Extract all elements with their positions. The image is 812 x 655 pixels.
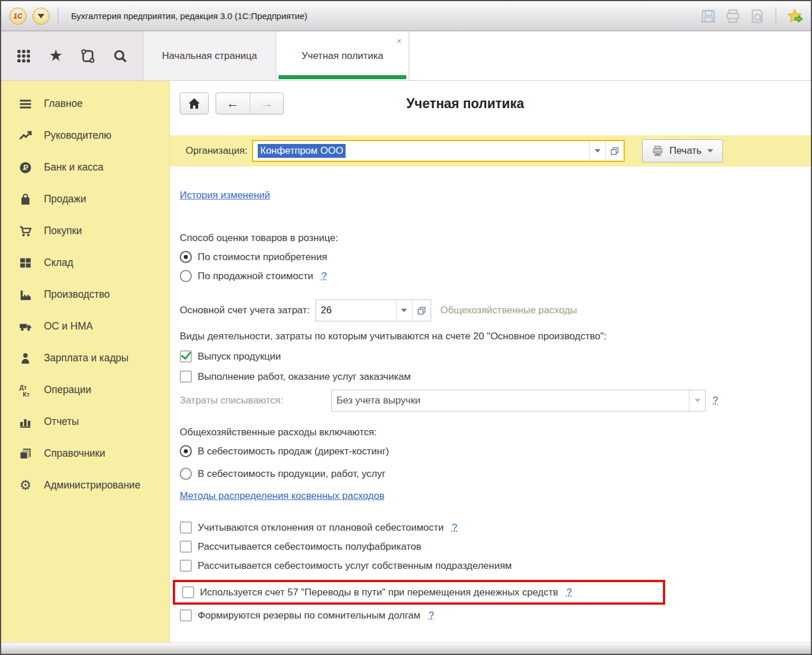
sidebar-item-bank-kassa[interactable]: Р Банк и касса	[1, 151, 169, 183]
sidebar-item-pokupki[interactable]: Покупки	[1, 215, 169, 247]
blocks-icon	[18, 256, 32, 270]
radio-unchecked-icon[interactable]	[180, 270, 192, 282]
checkbox-row-account-57-transfers[interactable]: Используется счет 57 "Переводы в пути" п…	[182, 586, 572, 598]
radio-row-acquisition-cost[interactable]: По стоимости приобретения	[180, 251, 811, 263]
sidebar-item-rukovoditelyu[interactable]: Руководителю	[1, 120, 169, 151]
organization-dropdown-button[interactable]	[589, 141, 605, 161]
organization-field[interactable]: Конфетпром ООО	[252, 140, 625, 162]
sidebar-item-label: Продажи	[44, 193, 86, 205]
organization-value: Конфетпром ООО	[258, 144, 346, 158]
organization-open-button[interactable]	[605, 141, 624, 161]
main-panel: ← → Учетная политика Организация: Конфет…	[170, 81, 811, 642]
preview-icon[interactable]	[749, 8, 765, 24]
menu-icon	[18, 97, 32, 111]
back-button[interactable]: ←	[216, 93, 250, 114]
checkbox-row-production-output[interactable]: Выпуск продукции	[180, 350, 811, 362]
save-icon[interactable]	[700, 8, 717, 24]
person-icon	[18, 351, 32, 365]
search-icon[interactable]	[110, 46, 130, 66]
history-link[interactable]: История изменений	[180, 190, 270, 201]
checkbox-row-semifinished-cost[interactable]: Рассчитывается себестоимость полуфабрика…	[180, 541, 811, 553]
window-title: Бухгалтерия предприятия, редакция 3.0 (1…	[71, 11, 307, 21]
tab-home[interactable]: Начальная страница	[143, 31, 276, 80]
tab-accounting-policy[interactable]: Учетная политика ×	[276, 31, 409, 80]
checkbox-unchecked-icon[interactable]	[180, 521, 192, 534]
sidebar-item-prodazhi[interactable]: Продажи	[1, 183, 169, 215]
sidebar-item-os-nma[interactable]: ОС и НМА	[1, 310, 169, 342]
nav-back-forward-group: ← →	[216, 92, 284, 114]
sidebar-item-sklad[interactable]: Склад	[1, 247, 169, 279]
bag-icon	[18, 193, 32, 206]
page-title: Учетная политика	[406, 96, 524, 112]
sidebar-item-glavnoe[interactable]: Главное	[1, 88, 169, 120]
1c-logo-button[interactable]: 1С	[9, 8, 27, 25]
indirect-costs-methods-link[interactable]: Методы распределения косвенных расходов	[180, 490, 384, 502]
radio-row-product-cost[interactable]: В себестоимость продукции, работ, услуг	[180, 468, 811, 480]
radio-checked-icon[interactable]	[180, 445, 192, 457]
retail-valuation-label: Способ оценки товаров в рознице:	[180, 232, 811, 244]
organization-strip: Организация: Конфетпром ООО Печать	[170, 135, 811, 166]
status-bar	[1, 642, 811, 654]
forward-button[interactable]: →	[250, 93, 284, 114]
help-link[interactable]: ?	[566, 587, 572, 598]
cost-account-description: Общехозяйственные расходы	[440, 305, 577, 316]
tab-label: Учетная политика	[302, 50, 383, 62]
bar-chart-icon	[18, 415, 32, 429]
checkbox-row-doubtful-debts-reserves[interactable]: Формируются резервы по сомнительным долг…	[180, 609, 811, 621]
cost-account-value: 26	[316, 300, 396, 321]
radio-unchecked-icon[interactable]	[180, 468, 192, 480]
activities-label: Виды деятельности, затраты по которым уч…	[180, 331, 811, 342]
radio-checked-icon[interactable]	[180, 251, 192, 263]
checkbox-row-plan-cost-deviations[interactable]: Учитываются отклонения от плановой себес…	[180, 521, 811, 534]
checkbox-unchecked-icon[interactable]	[182, 586, 194, 598]
help-link[interactable]: ?	[428, 610, 433, 621]
app-window: 1С Бухгалтерия предприятия, редакция 3.0…	[0, 0, 812, 655]
gear-icon: ⚙	[18, 479, 32, 493]
costs-writeoff-dropdown-button[interactable]	[689, 390, 705, 411]
radio-label: В себестоимость продукции, работ, услуг	[198, 468, 385, 480]
sidebar-item-administrirovanie[interactable]: ⚙ Администрирование	[1, 469, 169, 501]
checkbox-row-works-services[interactable]: Выполнение работ, оказание услуг заказчи…	[180, 371, 811, 383]
cost-account-open-button[interactable]	[412, 300, 431, 321]
dt-kt-icon: ДтКт	[18, 383, 32, 397]
favorites-star-icon[interactable]	[787, 8, 803, 24]
history-icon[interactable]	[78, 46, 98, 66]
checkbox-row-own-departments-services[interactable]: Рассчитывается себестоимость услуг собст…	[180, 560, 811, 572]
checkbox-label: Рассчитывается себестоимость полуфабрика…	[198, 541, 421, 553]
radio-row-direct-costing[interactable]: В себестоимость продаж (директ-костинг)	[180, 445, 811, 457]
cart-icon	[18, 224, 32, 238]
sidebar-item-label: Отчеты	[44, 416, 79, 428]
print-icon[interactable]	[725, 8, 741, 24]
checkbox-checked-icon[interactable]	[180, 350, 192, 362]
checkbox-unchecked-icon[interactable]	[180, 371, 192, 383]
sidebar-item-otchety[interactable]: Отчеты	[1, 406, 169, 438]
sidebar-item-label: Руководителю	[44, 129, 112, 142]
costs-writeoff-combo[interactable]: Без учета выручки	[331, 390, 706, 412]
apps-grid-icon[interactable]	[14, 46, 34, 66]
sidebar-item-zarplata-kadry[interactable]: Зарплата и кадры	[1, 342, 169, 374]
sidebar-item-spravochniki[interactable]: Справочники	[1, 438, 169, 469]
cost-account-field[interactable]: 26	[316, 299, 431, 321]
checkbox-unchecked-icon[interactable]	[180, 541, 192, 553]
sidebar-item-proizvodstvo[interactable]: Производство	[1, 279, 169, 310]
home-button[interactable]	[180, 92, 209, 114]
help-link[interactable]: ?	[713, 395, 718, 406]
sidebar-item-label: Банк и касса	[44, 161, 103, 173]
1c-logo-icon: 1С	[13, 12, 22, 20]
title-bar: 1С Бухгалтерия предприятия, редакция 3.0…	[1, 1, 811, 31]
cost-account-dropdown-button[interactable]	[396, 300, 412, 321]
sidebar-item-label: Администрирование	[44, 479, 140, 491]
close-icon[interactable]: ×	[396, 36, 402, 46]
sidebar-item-operacii[interactable]: ДтКт Операции	[1, 374, 169, 406]
active-tab-underline	[279, 75, 406, 79]
checkbox-unchecked-icon[interactable]	[180, 560, 192, 572]
main-menu-button[interactable]	[32, 8, 50, 25]
help-link[interactable]: ?	[321, 271, 327, 282]
radio-row-sale-cost[interactable]: По продажной стоимости ?	[180, 270, 811, 282]
help-link[interactable]: ?	[452, 522, 457, 534]
print-button[interactable]: Печать	[642, 139, 723, 162]
favorites-icon[interactable]: ★	[46, 46, 66, 66]
checkbox-unchecked-icon[interactable]	[180, 609, 192, 621]
sidebar-item-label: Главное	[44, 98, 83, 110]
truck-icon	[18, 320, 32, 334]
